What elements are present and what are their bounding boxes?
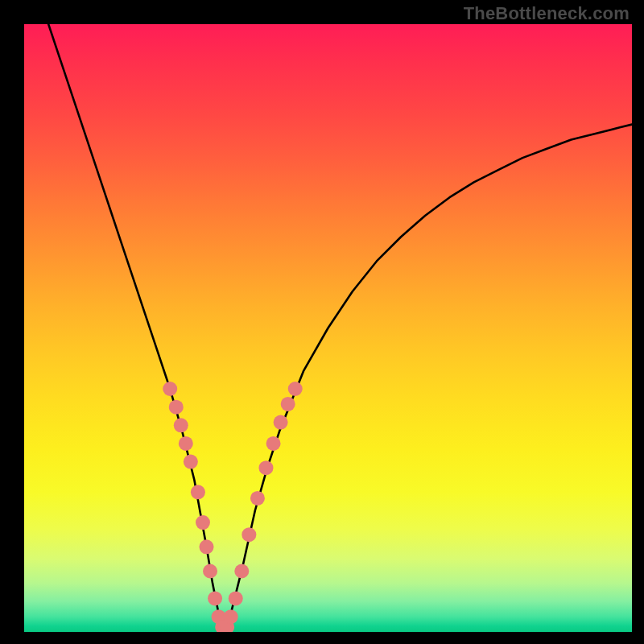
highlight-dot <box>250 491 265 506</box>
highlight-dot <box>163 382 177 396</box>
highlight-dot <box>208 591 222 605</box>
highlight-dot <box>234 564 249 579</box>
highlight-dot <box>224 609 238 624</box>
highlight-dots-group <box>163 382 303 632</box>
highlight-dot <box>179 436 193 451</box>
highlight-dot <box>200 539 214 554</box>
highlight-dot <box>174 418 188 432</box>
highlight-dot <box>274 415 288 430</box>
highlight-dot <box>258 460 273 475</box>
highlight-dot <box>196 515 210 530</box>
highlight-dot <box>229 591 243 605</box>
highlight-dot <box>191 485 205 499</box>
highlight-dot <box>203 564 217 579</box>
highlight-dot <box>242 527 256 542</box>
chart-overlay <box>24 24 632 632</box>
plot-area <box>24 24 632 632</box>
bottleneck-curve <box>48 24 632 629</box>
chart-frame: TheBottleneck.com <box>0 0 644 644</box>
watermark-text: TheBottleneck.com <box>464 3 630 24</box>
highlight-dot <box>266 436 281 451</box>
highlight-dot <box>184 455 198 469</box>
highlight-dot <box>281 397 295 411</box>
highlight-dot <box>169 400 184 415</box>
highlight-dot <box>288 382 303 396</box>
